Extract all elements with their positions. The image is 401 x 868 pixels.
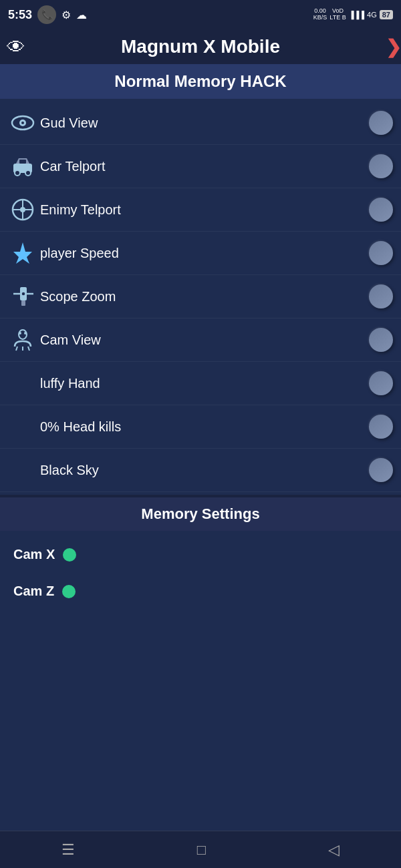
svg-point-11 [20, 207, 25, 212]
net-speed: 0.00 KB/S [313, 8, 327, 21]
menu-icon[interactable]: ☰ [61, 841, 75, 859]
feature-label-head-kills: 0% Head kills [40, 419, 369, 435]
back-icon[interactable]: ◁ [328, 841, 340, 859]
feature-label-scope-zoom: Scope Zoom [40, 289, 369, 304]
toggle-player-speed[interactable] [369, 241, 393, 265]
feature-item-car-telport: Car Telport [0, 145, 401, 188]
feature-item-head-kills: 0% Head kills [0, 405, 401, 449]
close-arrow-icon[interactable]: ❯ [386, 36, 401, 58]
feature-item-black-sky: Black Sky [0, 449, 401, 492]
signal-bars-icon: ▐▐▐ [349, 11, 364, 19]
svg-marker-12 [13, 242, 32, 264]
feature-list: Gud View Car Telport Enimy Telport playe… [0, 99, 401, 495]
toggle-scope-zoom[interactable] [369, 284, 393, 308]
feature-icon-player-speed [8, 238, 37, 268]
feature-icon-enimy-telport [8, 195, 37, 224]
feature-label-luffy-hand: luffy Hand [40, 376, 369, 391]
svg-rect-7 [19, 160, 26, 164]
call-icon: 📞 [37, 5, 56, 24]
feature-item-cam-view: Cam View [0, 318, 401, 362]
svg-point-20 [24, 332, 27, 335]
memory-item-cam-x: Cam X [0, 536, 401, 573]
feature-icon-scope-zoom [8, 282, 37, 311]
memory-item-cam-z: Cam Z [0, 573, 401, 610]
feature-item-scope-zoom: Scope Zoom [0, 275, 401, 318]
feature-icon-car-telport [8, 152, 37, 181]
vod-label: VoD LTE B [329, 8, 346, 21]
toggle-head-kills[interactable] [369, 415, 393, 439]
svg-point-19 [19, 332, 21, 335]
memory-dot-cam-x[interactable] [63, 548, 76, 562]
memory-settings-title: Memory Settings [141, 505, 259, 522]
feature-label-enimy-telport: Enimy Telport [40, 202, 369, 218]
feature-item-enimy-telport: Enimy Telport [0, 188, 401, 232]
feature-icon-luffy-hand [8, 369, 37, 398]
memory-label-cam-z: Cam Z [13, 584, 54, 599]
status-bar: 5:53 📞 ⚙ ☁ 0.00 KB/S VoD LTE B ▐▐▐ 4G 87 [0, 0, 401, 29]
memory-settings-list: Cam X Cam Z [0, 531, 401, 615]
feature-label-car-telport: Car Telport [40, 159, 369, 174]
memory-settings-header: Memory Settings [0, 497, 401, 531]
svg-line-23 [28, 347, 29, 351]
feature-icon-black-sky [8, 455, 37, 485]
home-icon[interactable]: □ [197, 841, 206, 859]
toggle-black-sky[interactable] [369, 458, 393, 482]
battery-icon: 87 [380, 10, 393, 19]
memory-label-cam-x: Cam X [13, 547, 55, 562]
svg-point-5 [15, 170, 20, 176]
feature-label-cam-view: Cam View [40, 333, 369, 348]
svg-point-6 [25, 170, 31, 176]
status-time: 5:53 [8, 8, 32, 22]
feature-icon-gud-view [8, 108, 37, 138]
app-header: 👁 Magnum X Mobile ❯ [0, 29, 401, 64]
network-icon: 4G [367, 11, 377, 19]
bottom-nav: ☰ □ ◁ [0, 831, 401, 868]
normal-hack-header: Normal Memory HACK [0, 64, 401, 99]
feature-item-luffy-hand: luffy Hand [0, 362, 401, 405]
toggle-gud-view[interactable] [369, 111, 393, 135]
feature-icon-head-kills [8, 412, 37, 441]
toggle-car-telport[interactable] [369, 154, 393, 178]
feature-icon-cam-view [8, 325, 37, 355]
svg-point-18 [19, 330, 27, 339]
svg-point-17 [21, 292, 25, 296]
settings-icon: ⚙ [61, 9, 71, 21]
memory-dot-cam-z[interactable] [62, 585, 76, 598]
svg-rect-14 [21, 300, 25, 306]
feature-label-player-speed: player Speed [40, 246, 369, 261]
status-right: 0.00 KB/S VoD LTE B ▐▐▐ 4G 87 [313, 8, 393, 21]
svg-line-21 [16, 347, 17, 351]
feature-label-black-sky: Black Sky [40, 463, 369, 478]
toggle-cam-view[interactable] [369, 328, 393, 352]
signal-icon: ☁ [76, 9, 87, 21]
status-left: 5:53 📞 ⚙ ☁ [8, 5, 87, 24]
eye-icon: 👁 [7, 36, 25, 58]
app-title: Magnum X Mobile [121, 36, 280, 57]
feature-label-gud-view: Gud View [40, 116, 369, 131]
feature-item-gud-view: Gud View [0, 101, 401, 145]
toggle-luffy-hand[interactable] [369, 371, 393, 395]
normal-hack-title: Normal Memory HACK [114, 72, 286, 90]
toggle-enimy-telport[interactable] [369, 198, 393, 222]
svg-point-2 [21, 122, 24, 124]
feature-item-player-speed: player Speed [0, 232, 401, 275]
